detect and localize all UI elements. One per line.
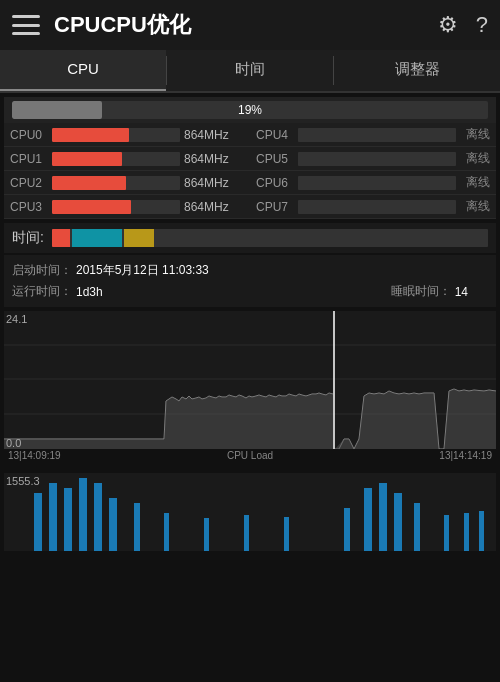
cpu0-label: CPU0	[10, 128, 48, 142]
svg-rect-12	[94, 483, 102, 551]
svg-rect-15	[164, 513, 169, 551]
cpu-load-chart: 24.1 0.0 13|14:09:19 CPU Load 13|14:14:1…	[4, 311, 496, 471]
cpu1-label: CPU1	[10, 152, 48, 166]
cpu7-label: CPU7	[256, 200, 294, 214]
time-bar-section: 时间:	[4, 223, 496, 253]
tab-time[interactable]: 时间	[167, 50, 333, 91]
svg-rect-13	[109, 498, 117, 551]
sleep-time-item: 睡眠时间： 14	[391, 283, 468, 300]
boot-time-item: 启动时间： 2015年5月12日 11:03:33	[12, 262, 209, 279]
cpu4-label: CPU4	[256, 128, 294, 142]
svg-rect-11	[79, 478, 87, 551]
cpu3-bar	[52, 200, 180, 214]
svg-rect-26	[479, 511, 484, 551]
cpu6-bar	[298, 176, 456, 190]
chart-x-labels: 13|14:09:19 CPU Load 13|14:14:19	[4, 449, 496, 462]
time-bar	[52, 229, 488, 247]
cpu-usage-label: 19%	[12, 101, 488, 119]
time-bar-yellow	[124, 229, 154, 247]
svg-rect-25	[464, 513, 469, 551]
time-bar-red	[52, 229, 70, 247]
svg-rect-9	[49, 483, 57, 551]
svg-rect-20	[364, 488, 372, 551]
cpu0-fill	[52, 128, 129, 142]
cpu2-freq: 864MHz	[184, 176, 244, 190]
cpu1-freq: 864MHz	[184, 152, 244, 166]
cpu5-label: CPU5	[256, 152, 294, 166]
cpu3-freq: 864MHz	[184, 200, 244, 214]
svg-rect-16	[204, 518, 209, 551]
cpu1-fill	[52, 152, 122, 166]
runtime-value: 1d3h	[76, 285, 103, 299]
page-title: CPUCPU优化	[54, 10, 420, 40]
info-section: 启动时间： 2015年5月12日 11:03:33 运行时间： 1d3h 睡眠时…	[4, 255, 496, 307]
boot-time-row: 启动时间： 2015年5月12日 11:03:33	[12, 260, 488, 281]
cpu3-fill	[52, 200, 131, 214]
cpu4-bar	[298, 128, 456, 142]
runtime-key: 运行时间：	[12, 283, 72, 300]
cpu5-bar	[298, 152, 456, 166]
boot-time-key: 启动时间：	[12, 262, 72, 279]
chart-y-min: 0.0	[6, 437, 21, 449]
tab-adjuster[interactable]: 调整器	[334, 50, 500, 91]
cpu0-bar	[52, 128, 180, 142]
svg-rect-7	[4, 473, 496, 551]
cpu-cores-grid: CPU0 864MHz CPU4 离线 CPU1 864MHz CPU5 离线 …	[4, 123, 496, 219]
chart-x-center: CPU Load	[227, 450, 273, 461]
cpu-core-row-4: CPU4 离线	[250, 123, 496, 147]
cpu-core-row-5: CPU5 离线	[250, 147, 496, 171]
cpu4-status: 离线	[460, 126, 490, 143]
cpu7-bar	[298, 200, 456, 214]
cpu-core-row-7: CPU7 离线	[250, 195, 496, 219]
tab-bar: CPU 时间 调整器	[0, 50, 500, 93]
svg-rect-22	[394, 493, 402, 551]
chart-x-right: 13|14:14:19	[439, 450, 492, 461]
svg-rect-21	[379, 483, 387, 551]
cpu-freq-svg	[4, 473, 496, 551]
cpu7-status: 离线	[460, 198, 490, 215]
cpu3-label: CPU3	[10, 200, 48, 214]
svg-rect-24	[444, 515, 449, 551]
cpu1-bar	[52, 152, 180, 166]
bottom-chart-y-max: 1555.3	[6, 475, 40, 487]
cpu-core-row-3: CPU3 864MHz	[4, 195, 250, 219]
cpu2-bar	[52, 176, 180, 190]
runtime-row: 运行时间： 1d3h 睡眠时间： 14	[12, 281, 488, 302]
cpu6-label: CPU6	[256, 176, 294, 190]
cpu-core-row-6: CPU6 离线	[250, 171, 496, 195]
svg-rect-17	[244, 515, 249, 551]
runtime-item: 运行时间： 1d3h	[12, 283, 103, 300]
chart-x-left: 13|14:09:19	[8, 450, 61, 461]
cpu2-fill	[52, 176, 126, 190]
cpu-freq-chart: 1555.3	[4, 473, 496, 553]
svg-rect-18	[284, 517, 289, 551]
cpu0-freq: 864MHz	[184, 128, 244, 142]
sleep-time-value: 14	[455, 285, 468, 299]
time-bar-cyan	[72, 229, 122, 247]
boot-time-value: 2015年5月12日 11:03:33	[76, 262, 209, 279]
svg-rect-14	[134, 503, 140, 551]
cpu-core-row-1: CPU1 864MHz	[4, 147, 250, 171]
menu-icon[interactable]	[12, 15, 40, 35]
sleep-time-key: 睡眠时间：	[391, 283, 451, 300]
gear-icon[interactable]: ⚙	[438, 12, 458, 38]
cpu-load-svg	[4, 311, 496, 449]
cpu6-status: 离线	[460, 174, 490, 191]
cpu-usage-bar: 19%	[12, 101, 488, 119]
tab-cpu[interactable]: CPU	[0, 50, 166, 91]
svg-rect-23	[414, 503, 420, 551]
svg-rect-19	[344, 508, 350, 551]
time-label: 时间:	[12, 229, 44, 247]
cpu2-label: CPU2	[10, 176, 48, 190]
svg-rect-8	[34, 493, 42, 551]
svg-rect-10	[64, 488, 72, 551]
cpu5-status: 离线	[460, 150, 490, 167]
cpu-core-row-0: CPU0 864MHz	[4, 123, 250, 147]
cpu-core-row-2: CPU2 864MHz	[4, 171, 250, 195]
header: CPUCPU优化 ⚙ ?	[0, 0, 500, 50]
chart-y-max: 24.1	[6, 313, 27, 325]
help-icon[interactable]: ?	[476, 12, 488, 38]
cpu-usage-bar-row: 19%	[4, 97, 496, 123]
